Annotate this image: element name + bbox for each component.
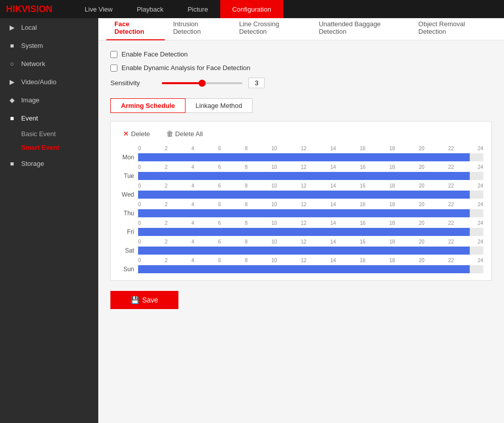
delete-all-label: Delete All [175, 130, 203, 138]
nav-live-view[interactable]: Live View [73, 0, 124, 18]
nav-items: Live View Playback Picture Configuration [73, 0, 283, 18]
timeline-bar-sun[interactable] [138, 265, 483, 273]
delete-icon: ✕ [123, 130, 129, 138]
timeline-row-tue: Tue [119, 172, 483, 180]
sidebar-label-system: System [21, 42, 43, 49]
timeline-grid: 0 2 4 6 8 10 12 14 16 18 20 [119, 146, 483, 273]
time-16: 16 [360, 146, 365, 151]
tab-intrusion-detection[interactable]: Intrusion Detection [165, 18, 231, 40]
timeline-bar-thu[interactable] [138, 209, 483, 217]
delete-button[interactable]: ✕ Delete [119, 128, 154, 140]
timeline-bar-sat[interactable] [138, 247, 483, 255]
enable-face-detection-row: Enable Face Detection [110, 50, 492, 58]
main-layout: ▶ Local ■ System ○ Network ▶ Video/Audio… [0, 18, 504, 423]
timeline-header-row-sat: 024681012141618202224 [119, 239, 483, 246]
time-header-fri: 024681012141618202224 [138, 220, 483, 227]
time-4: 4 [192, 146, 195, 151]
sub-tab-linkage-method[interactable]: Linkage Method [185, 98, 253, 113]
time-header: 0 2 4 6 8 10 12 14 16 18 20 [138, 146, 483, 152]
image-icon: ◆ [8, 96, 16, 104]
time-12: 12 [301, 146, 306, 151]
timeline-row-mon: Mon [119, 153, 483, 161]
delete-label: Delete [131, 130, 150, 138]
day-label-wed: Wed [119, 191, 138, 198]
time-10: 10 [272, 146, 277, 151]
timeline-header-row-thu: 024681012141618202224 [119, 202, 483, 208]
nav-configuration[interactable]: Configuration [220, 0, 283, 18]
sidebar-item-smart-event[interactable]: Smart Event [0, 141, 98, 154]
tab-line-crossing-detection[interactable]: Line Crossing Detection [231, 18, 310, 40]
time-numbers-tue: 024681012141618202224 [138, 164, 483, 170]
storage-icon: ■ [8, 159, 16, 167]
brand-logo: HIKVISION [6, 4, 52, 15]
sensitivity-label: Sensitivity [110, 79, 156, 87]
timeline-row-thu: Thu [119, 209, 483, 217]
schedule-action-row: ✕ Delete 🗑 Delete All [119, 128, 483, 140]
sidebar-label-event: Event [21, 114, 38, 122]
save-label: Save [142, 296, 158, 304]
sidebar-item-system[interactable]: ■ System [0, 36, 98, 54]
time-0: 0 [138, 146, 141, 151]
save-icon: 💾 [131, 296, 139, 304]
brand-part1: HIK [6, 4, 22, 14]
sidebar-label-storage: Storage [21, 160, 44, 167]
save-button[interactable]: 💾 Save [110, 291, 178, 309]
nav-picture[interactable]: Picture [175, 0, 220, 18]
timeline-bar-wed[interactable] [138, 191, 483, 199]
time-header-sun: 024681012141618202224 [138, 258, 483, 264]
timeline-row-fri: Fri [119, 228, 483, 236]
enable-face-detection-label[interactable]: Enable Face Detection [121, 50, 188, 58]
enable-dynamic-analysis-checkbox[interactable] [110, 65, 117, 72]
sidebar-item-video-audio[interactable]: ▶ Video/Audio [0, 73, 98, 91]
sub-tab-arming-schedule[interactable]: Arming Schedule [110, 98, 185, 113]
tab-face-detection[interactable]: Face Detection [106, 18, 165, 40]
nav-playback[interactable]: Playback [124, 0, 175, 18]
time-6: 6 [218, 146, 221, 151]
sidebar-label-network: Network [21, 60, 45, 68]
sidebar-item-network[interactable]: ○ Network [0, 54, 98, 73]
sidebar-item-storage[interactable]: ■ Storage [0, 154, 98, 172]
day-label-mon: Mon [119, 154, 138, 161]
video-icon: ▶ [8, 78, 16, 86]
trash-icon: 🗑 [166, 130, 173, 138]
time-8: 8 [245, 146, 248, 151]
day-label-tue: Tue [119, 172, 138, 179]
time-header-thu: 024681012141618202224 [138, 202, 483, 208]
brand-part2: VISION [22, 4, 52, 14]
time-22: 22 [448, 146, 454, 151]
sidebar-label-video-audio: Video/Audio [21, 78, 56, 86]
sensitivity-value: 3 [248, 78, 265, 88]
sensitivity-slider[interactable] [162, 82, 242, 84]
sensitivity-row: Sensitivity 3 [110, 78, 492, 88]
sidebar-item-image[interactable]: ◆ Image [0, 91, 98, 109]
tab-unattended-baggage-detection[interactable]: Unattended Baggage Detection [310, 18, 410, 40]
time-header-tue: 024681012141618202224 [138, 164, 483, 171]
enable-dynamic-analysis-label[interactable]: Enable Dynamic Analysis for Face Detecti… [121, 64, 250, 72]
network-icon: ○ [8, 59, 16, 68]
delete-all-button[interactable]: 🗑 Delete All [162, 128, 207, 140]
timeline-header-row-sun: 024681012141618202224 [119, 258, 483, 264]
tabs-bar: Face Detection Intrusion Detection Line … [98, 18, 504, 40]
timeline-bar-tue[interactable] [138, 172, 483, 180]
timeline-header-row-tue: 024681012141618202224 [119, 164, 483, 171]
enable-face-detection-checkbox[interactable] [110, 51, 117, 58]
timeline-bar-mon[interactable] [138, 153, 483, 161]
sidebar-label-local: Local [21, 24, 37, 31]
sidebar-item-local[interactable]: ▶ Local [0, 18, 98, 36]
tab-object-removal-detection[interactable]: Object Removal Detection [410, 18, 496, 40]
monitor-icon: ▶ [8, 23, 16, 31]
day-label-sun: Sun [119, 266, 138, 273]
time-14: 14 [330, 146, 336, 151]
sidebar-item-basic-event[interactable]: Basic Event [0, 127, 98, 141]
time-header-wed: 024681012141618202224 [138, 183, 483, 190]
day-label-sat: Sat [119, 247, 138, 254]
timeline-header-row-wed: 024681012141618202224 [119, 183, 483, 190]
day-label-fri: Fri [119, 228, 138, 235]
enable-dynamic-analysis-row: Enable Dynamic Analysis for Face Detecti… [110, 64, 492, 72]
sidebar-item-event[interactable]: ■ Event [0, 109, 98, 127]
sub-tabs: Arming Schedule Linkage Method [110, 98, 492, 113]
time-24: 24 [478, 146, 483, 151]
timeline-bar-fri[interactable] [138, 228, 483, 236]
main-content: Face Detection Intrusion Detection Line … [98, 18, 504, 423]
time-18: 18 [389, 146, 395, 151]
